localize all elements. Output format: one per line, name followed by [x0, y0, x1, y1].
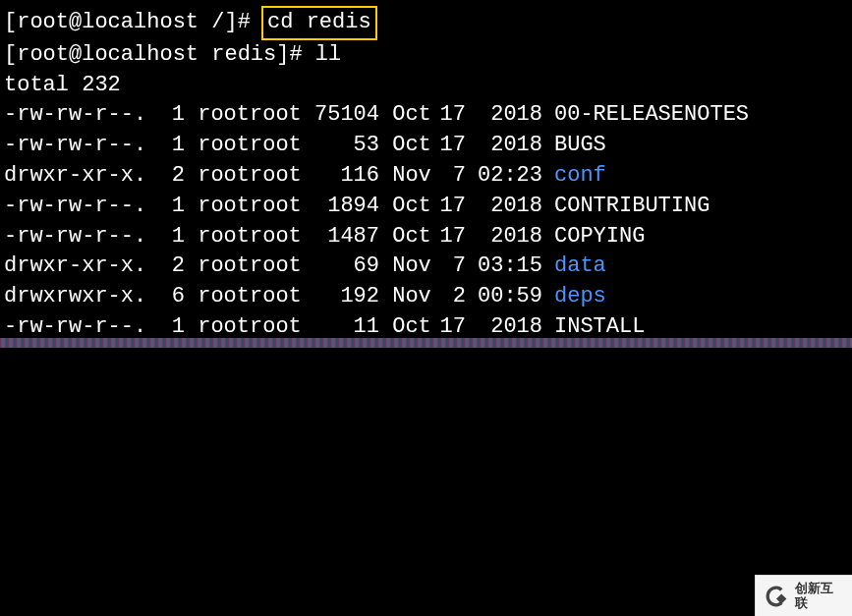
file-row: drwxrwxr-x.6 rootroot192 Nov200:59 deps — [4, 282, 848, 312]
file-permissions: drwxr-xr-x. — [4, 161, 161, 192]
watermark-badge: 创新互联 — [755, 575, 852, 616]
file-size: 1487 — [311, 222, 379, 252]
file-size: 116 — [311, 161, 379, 192]
directory-name: data — [554, 252, 606, 282]
file-time: 2018 — [466, 222, 542, 252]
file-group: root — [250, 100, 311, 131]
file-group: root — [250, 222, 311, 252]
file-row: -rw-rw-r--.1 rootroot1487 Oct172018 COPY… — [4, 222, 848, 252]
file-size: 1894 — [311, 192, 379, 222]
file-day: 7 — [430, 252, 466, 282]
file-links: 2 — [161, 161, 185, 192]
directory-name: deps — [554, 282, 606, 312]
file-links: 1 — [161, 100, 185, 131]
prompt-2-userhost: [root@localhost redis]# — [4, 42, 315, 67]
file-owner: root — [185, 100, 250, 131]
file-month: Nov — [379, 282, 430, 312]
file-month: Oct — [379, 100, 430, 131]
file-links: 1 — [161, 192, 185, 222]
file-permissions: -rw-rw-r--. — [4, 131, 161, 161]
file-group: root — [250, 131, 311, 161]
file-owner: root — [185, 161, 250, 192]
file-owner: root — [185, 131, 250, 161]
file-permissions: drwxr-xr-x. — [4, 252, 161, 282]
file-month: Oct — [379, 131, 430, 161]
file-day: 17 — [430, 100, 466, 131]
file-row: -rw-rw-r--.1 rootroot53 Oct172018 BUGS — [4, 131, 848, 161]
file-name: COPYING — [554, 222, 645, 252]
file-month: Nov — [379, 252, 430, 282]
file-row: -rw-rw-r--.1 rootroot1894 Oct172018 CONT… — [4, 192, 848, 222]
file-time: 00:59 — [466, 282, 542, 312]
file-time: 02:23 — [466, 161, 542, 192]
file-permissions: -rw-rw-r--. — [4, 100, 161, 131]
highlighted-command-cd: cd redis — [261, 6, 377, 40]
file-size: 69 — [311, 252, 379, 282]
file-links: 1 — [161, 222, 185, 252]
file-row: drwxr-xr-x.2 rootroot69 Nov703:15 data — [4, 252, 848, 282]
prompt-line-2: [root@localhost redis]# ll — [4, 40, 848, 71]
file-permissions: -rw-rw-r--. — [4, 222, 161, 252]
file-owner: root — [185, 222, 250, 252]
file-day: 17 — [430, 192, 466, 222]
watermark-text: 创新互联 — [795, 582, 844, 610]
file-size: 75104 — [311, 100, 379, 131]
file-day: 7 — [430, 161, 466, 192]
file-row: -rw-rw-r--.1 rootroot75104 Oct172018 00-… — [4, 100, 848, 131]
file-links: 6 — [161, 282, 185, 312]
file-name: 00-RELEASENOTES — [554, 100, 749, 131]
file-month: Oct — [379, 192, 430, 222]
file-links: 2 — [161, 252, 185, 282]
file-row: drwxr-xr-x.2 rootroot116 Nov702:23 conf — [4, 161, 848, 192]
file-time: 03:15 — [466, 252, 542, 282]
file-group: root — [250, 161, 311, 192]
file-name: CONTRIBUTING — [554, 192, 710, 222]
file-time: 2018 — [466, 131, 542, 161]
file-group: root — [250, 192, 311, 222]
screenshot-artifact — [0, 338, 852, 348]
file-day: 17 — [430, 222, 466, 252]
file-day: 17 — [430, 131, 466, 161]
file-listing: -rw-rw-r--.1 rootroot75104 Oct172018 00-… — [4, 100, 848, 342]
file-permissions: -rw-rw-r--. — [4, 192, 161, 222]
file-time: 2018 — [466, 192, 542, 222]
file-group: root — [250, 282, 311, 312]
file-name: BUGS — [554, 131, 606, 161]
terminal-output[interactable]: [root@localhost /]# cd redis [root@local… — [0, 0, 852, 349]
file-day: 2 — [430, 282, 466, 312]
file-owner: root — [185, 252, 250, 282]
prompt-line-1: [root@localhost /]# cd redis — [4, 6, 848, 40]
file-owner: root — [185, 282, 250, 312]
file-size: 53 — [311, 131, 379, 161]
prompt-1-userhost: [root@localhost /]# — [4, 10, 263, 34]
file-links: 1 — [161, 131, 185, 161]
file-permissions: drwxrwxr-x. — [4, 282, 161, 312]
file-group: root — [250, 252, 311, 282]
file-month: Nov — [379, 161, 430, 192]
directory-name: conf — [554, 161, 606, 192]
file-month: Oct — [379, 222, 430, 252]
total-line: total 232 — [4, 71, 848, 101]
watermark-logo-icon — [764, 584, 789, 609]
file-time: 2018 — [466, 100, 542, 131]
file-size: 192 — [311, 282, 379, 312]
command-ll: ll — [315, 42, 341, 67]
file-owner: root — [185, 192, 250, 222]
